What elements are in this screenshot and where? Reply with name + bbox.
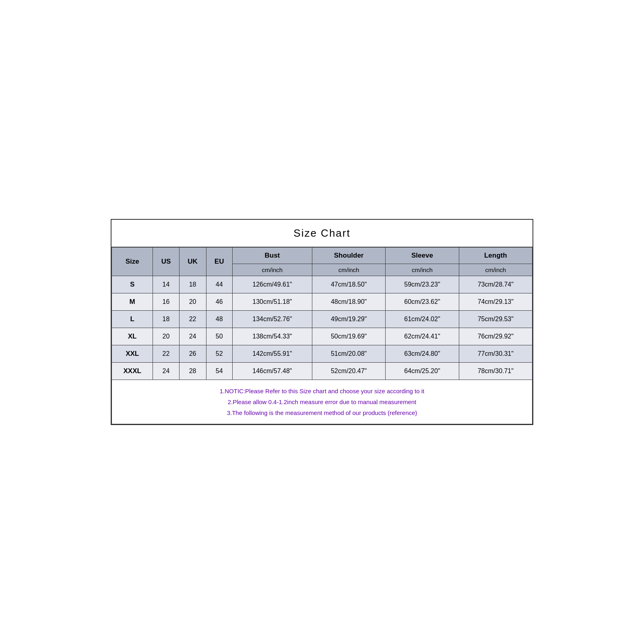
cell-length: 73cm/28.74": [459, 276, 532, 293]
sub-length: cm/inch: [459, 264, 532, 276]
col-shoulder: Shoulder: [312, 248, 385, 264]
cell-us: 24: [153, 363, 179, 380]
col-bust: Bust: [232, 248, 312, 264]
notes-row: 1.NOTIC:Please Refer to this Size chart …: [112, 380, 533, 424]
cell-uk: 22: [179, 311, 206, 328]
col-uk: UK: [179, 248, 206, 276]
cell-eu: 54: [206, 363, 232, 380]
cell-uk: 18: [179, 276, 206, 293]
cell-uk: 26: [179, 345, 206, 363]
cell-sleeve: 61cm/24.02": [386, 311, 459, 328]
table-row: M 16 20 46 130cm/51.18" 48cm/18.90" 60cm…: [112, 293, 533, 311]
cell-sleeve: 63cm/24.80": [386, 345, 459, 363]
cell-us: 16: [153, 293, 179, 311]
cell-eu: 48: [206, 311, 232, 328]
cell-bust: 146cm/57.48": [232, 363, 312, 380]
cell-uk: 24: [179, 328, 206, 345]
cell-length: 74cm/29.13": [459, 293, 532, 311]
table-row: S 14 18 44 126cm/49.61" 47cm/18.50" 59cm…: [112, 276, 533, 293]
col-size: Size: [112, 248, 153, 276]
cell-eu: 50: [206, 328, 232, 345]
cell-length: 77cm/30.31": [459, 345, 532, 363]
cell-bust: 138cm/54.33": [232, 328, 312, 345]
cell-sleeve: 62cm/24.41": [386, 328, 459, 345]
sub-bust: cm/inch: [232, 264, 312, 276]
cell-eu: 44: [206, 276, 232, 293]
cell-size: XXL: [112, 345, 153, 363]
cell-shoulder: 50cm/19.69": [312, 328, 385, 345]
cell-eu: 52: [206, 345, 232, 363]
note-line: 1.NOTIC:Please Refer to this Size chart …: [120, 386, 524, 396]
cell-sleeve: 64cm/25.20": [386, 363, 459, 380]
cell-length: 76cm/29.92": [459, 328, 532, 345]
cell-bust: 130cm/51.18": [232, 293, 312, 311]
col-length: Length: [459, 248, 532, 264]
cell-size: S: [112, 276, 153, 293]
note-line: 3.The following is the measurement metho…: [120, 407, 524, 418]
cell-uk: 28: [179, 363, 206, 380]
cell-length: 75cm/29.53": [459, 311, 532, 328]
table-row: XL 20 24 50 138cm/54.33" 50cm/19.69" 62c…: [112, 328, 533, 345]
cell-length: 78cm/30.71": [459, 363, 532, 380]
cell-sleeve: 60cm/23.62": [386, 293, 459, 311]
table-header-top: Size US UK EU Bust Shoulder Sleeve Lengt…: [112, 248, 533, 264]
col-sleeve: Sleeve: [386, 248, 459, 264]
cell-us: 14: [153, 276, 179, 293]
size-table: Size US UK EU Bust Shoulder Sleeve Lengt…: [111, 247, 533, 424]
note-line: 2.Please allow 0.4-1.2inch measure error…: [120, 396, 524, 407]
cell-size: XL: [112, 328, 153, 345]
table-row: XXL 22 26 52 142cm/55.91" 51cm/20.08" 63…: [112, 345, 533, 363]
cell-size: M: [112, 293, 153, 311]
col-us: US: [153, 248, 179, 276]
cell-us: 18: [153, 311, 179, 328]
cell-size: L: [112, 311, 153, 328]
sub-shoulder: cm/inch: [312, 264, 385, 276]
table-row: L 18 22 48 134cm/52.76" 49cm/19.29" 61cm…: [112, 311, 533, 328]
cell-bust: 142cm/55.91": [232, 345, 312, 363]
table-body: S 14 18 44 126cm/49.61" 47cm/18.50" 59cm…: [112, 276, 533, 424]
cell-us: 20: [153, 328, 179, 345]
cell-shoulder: 51cm/20.08": [312, 345, 385, 363]
cell-uk: 20: [179, 293, 206, 311]
sub-sleeve: cm/inch: [386, 264, 459, 276]
cell-bust: 134cm/52.76": [232, 311, 312, 328]
chart-title: Size Chart: [111, 220, 533, 247]
cell-shoulder: 48cm/18.90": [312, 293, 385, 311]
cell-shoulder: 47cm/18.50": [312, 276, 385, 293]
col-eu: EU: [206, 248, 232, 276]
cell-shoulder: 52cm/20.47": [312, 363, 385, 380]
size-chart-container: Size Chart Size US UK EU Bust Shoulder S…: [111, 219, 533, 425]
cell-eu: 46: [206, 293, 232, 311]
cell-size: XXXL: [112, 363, 153, 380]
notes-cell: 1.NOTIC:Please Refer to this Size chart …: [112, 380, 533, 424]
cell-us: 22: [153, 345, 179, 363]
cell-bust: 126cm/49.61": [232, 276, 312, 293]
table-row: XXXL 24 28 54 146cm/57.48" 52cm/20.47" 6…: [112, 363, 533, 380]
cell-shoulder: 49cm/19.29": [312, 311, 385, 328]
cell-sleeve: 59cm/23.23": [386, 276, 459, 293]
